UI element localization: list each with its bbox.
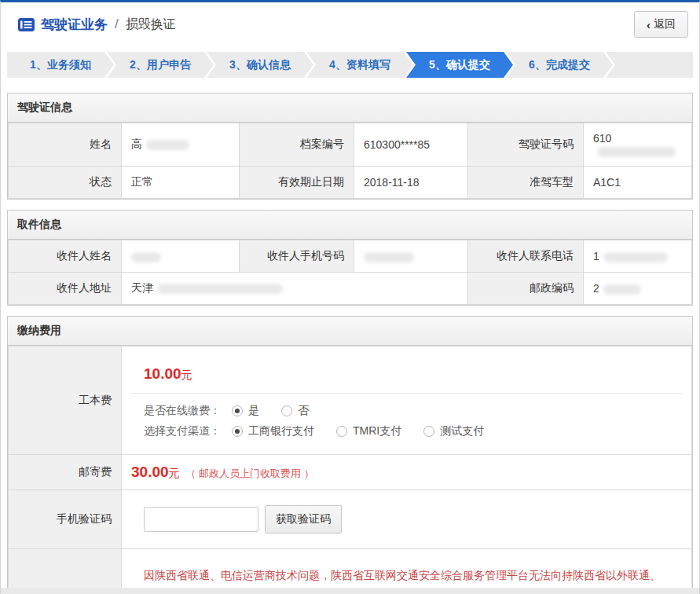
table-row: 收件人姓名 收件人手机号码 收件人联系电话 1 [9,240,692,273]
mailing-fee-label: 邮寄费 [9,455,122,490]
page-title: 驾驶证业务 [41,16,108,34]
status-label: 状态 [9,167,122,199]
table-row: 状态 正常 有效期止日期 2018-11-18 准驾车型 A1C1 [9,167,692,199]
archive-no-label: 档案编号 [240,123,354,167]
radio-unchecked-icon[interactable] [281,405,292,416]
redaction-smudge [364,252,414,262]
step-label: 5、确认提交 [429,58,490,72]
mailing-fee-note: （ 邮政人员上门收取费用 ） [185,468,313,479]
page-header: 驾驶证业务 / 损毁换证 ‹ 返回 [1,2,699,46]
redaction-smudge [146,140,189,150]
redaction-smudge [157,284,283,294]
license-no-value: 610 [584,123,692,167]
section-title-pickup-info: 取件信息 [8,211,692,240]
back-chevron-icon: ‹ [647,19,651,31]
table-row: 姓名 高 档案编号 610300****85 驾驶证号码 610 [9,123,692,167]
radio-option-label: 否 [298,404,309,418]
online-payment-label: 是否在线缴费： [144,404,221,418]
radio-option-label: TMRI支付 [353,424,401,438]
radio-option-test[interactable]: 测试支付 [423,424,484,438]
status-value: 正常 [122,167,240,199]
table-row: 收件人地址 天津 邮政编码 2 [9,273,692,305]
page-subtitle: 损毁换证 [126,16,176,33]
sms-code-input[interactable] [144,507,258,532]
archive-no-value: 610300****85 [354,123,468,167]
step-2-user-declaration[interactable]: 2、用户申告 [107,52,214,78]
step-label: 4、资料填写 [329,58,390,72]
sms-code-label: 手机验证码 [9,490,122,549]
postal-code-label: 邮政编码 [468,273,584,305]
recipient-address-label: 收件人地址 [9,273,122,305]
postal-code-value: 2 [584,273,692,305]
name-label: 姓名 [9,123,122,167]
step-bar-filler [606,52,693,78]
valid-until-value: 2018-11-18 [354,167,468,199]
recipient-phone-value: 1 [584,240,692,273]
mailing-fee-number: 30.00 [131,464,169,480]
step-label: 3、确认信息 [229,58,291,72]
fees-table: 工本费 10.00元 是否在线缴费： 是 [8,346,692,594]
radio-option-label: 测试支付 [440,424,484,438]
step-label: 1、业务须知 [30,58,91,72]
table-row: 手机验证码 获取验证码 [9,490,692,549]
mailing-fee-cell: 30.00元 （ 邮政人员上门收取费用 ） [122,455,692,490]
section-license-info: 驾驶证信息 姓名 高 档案编号 610300****85 驾驶证号码 610 状… [7,93,693,200]
step-label: 6、完成提交 [529,58,590,72]
license-list-icon [18,18,35,31]
recipient-name-value [122,240,240,273]
redaction-smudge [603,252,668,262]
online-payment-row: 是否在线缴费： 是 否 [144,404,669,418]
payment-channel-label: 选择支付渠道： [144,424,221,438]
radio-option-icbc[interactable]: 工商银行支付 [232,424,314,438]
get-sms-code-button[interactable]: 获取验证码 [265,505,342,534]
production-fee-amount: 10.00元 [131,355,682,393]
mailing-fee-unit: 元 [169,467,180,479]
pickup-info-table: 收件人姓名 收件人手机号码 收件人联系电话 1 收件人地址 天津 邮政编码 2 [8,240,692,305]
recipient-mobile-label: 收件人手机号码 [240,240,354,273]
table-row: 邮寄费 30.00元 （ 邮政人员上门收取费用 ） [9,455,692,490]
radio-checked-icon[interactable] [232,426,243,437]
step-4-fill-data[interactable]: 4、资料填写 [306,52,413,78]
table-row: 工本费 10.00元 是否在线缴费： 是 [9,346,692,455]
breadcrumb: 驾驶证业务 / 损毁换证 [18,16,176,34]
payment-channel-row: 选择支付渠道： 工商银行支付 TMRI支付 测试支付 [144,424,669,438]
radio-option-tmri[interactable]: TMRI支付 [336,424,401,438]
radio-checked-icon[interactable] [232,405,243,416]
section-title-fees: 缴纳费用 [8,317,692,346]
vehicle-class-label: 准驾车型 [468,167,584,199]
production-fee-label: 工本费 [9,346,122,455]
radio-option-label: 工商银行支付 [248,424,314,438]
section-title-license-info: 驾驶证信息 [8,94,692,123]
name-value: 高 [122,123,240,167]
license-no-label: 驾驶证号码 [468,123,584,167]
radio-unchecked-icon[interactable] [336,426,347,437]
radio-option-yes[interactable]: 是 [232,404,259,418]
step-wizard: 1、业务须知 2、用户申告 3、确认信息 4、资料填写 5、确认提交 6、完成提… [7,52,693,78]
valid-until-label: 有效期止日期 [240,167,354,199]
production-fee-unit: 元 [181,368,192,381]
back-button[interactable]: ‹ 返回 [634,11,688,38]
recipient-name-label: 收件人姓名 [9,240,122,273]
vehicle-class-value: A1C1 [584,167,692,199]
bottom-strip [1,588,699,594]
section-pickup-info: 取件信息 收件人姓名 收件人手机号码 收件人联系电话 1 收件人地址 天津 邮政… [7,210,693,306]
step-3-confirm-info[interactable]: 3、确认信息 [207,52,313,78]
radio-option-label: 是 [248,404,259,418]
sms-code-line: 获取验证码 [131,499,682,540]
section-fees: 缴纳费用 工本费 10.00元 是否在线缴费： 是 [7,316,693,594]
redaction-smudge [597,147,676,157]
production-fee-cell: 10.00元 是否在线缴费： 是 否 [122,346,692,455]
step-6-complete-submit[interactable]: 6、完成提交 [506,52,613,78]
recipient-phone-label: 收件人联系电话 [468,240,584,273]
recipient-address-value: 天津 [122,273,468,305]
radio-option-no[interactable]: 否 [281,404,309,418]
production-fee-number: 10.00 [144,365,181,382]
step-1-business-notice[interactable]: 1、业务须知 [7,52,114,78]
radio-unchecked-icon[interactable] [423,426,434,437]
step-5-confirm-submit[interactable]: 5、确认提交 [406,52,513,78]
step-label: 2、用户申告 [130,58,191,72]
payment-options-block: 是否在线缴费： 是 否 选择支付渠道： [131,393,682,446]
breadcrumb-separator: / [114,16,119,32]
sms-code-cell: 获取验证码 [122,490,692,549]
redaction-smudge [603,284,641,295]
